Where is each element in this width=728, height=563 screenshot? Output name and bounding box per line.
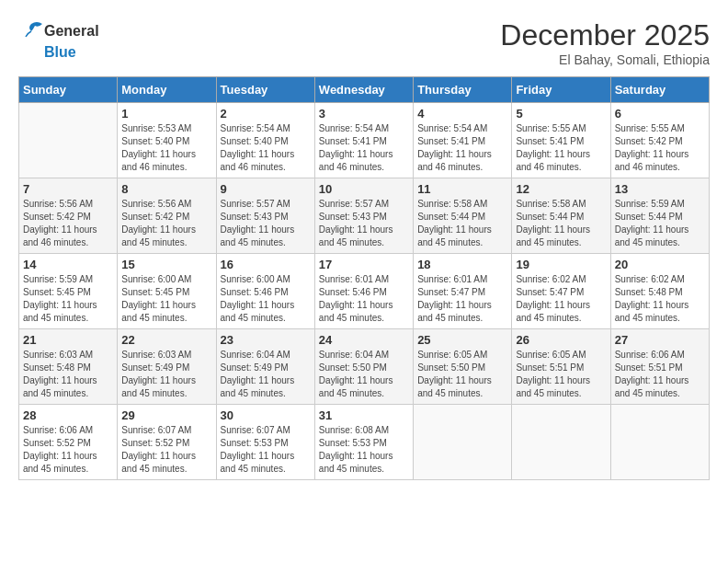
- day-info: Sunrise: 5:56 AM Sunset: 5:42 PM Dayligh…: [23, 198, 113, 249]
- calendar-cell: 23Sunrise: 6:04 AM Sunset: 5:49 PM Dayli…: [216, 329, 314, 405]
- calendar-cell: 7Sunrise: 5:56 AM Sunset: 5:42 PM Daylig…: [19, 178, 118, 254]
- calendar-cell: 22Sunrise: 6:03 AM Sunset: 5:49 PM Dayli…: [118, 329, 216, 405]
- day-number: 17: [319, 258, 409, 271]
- day-info: Sunrise: 6:03 AM Sunset: 5:49 PM Dayligh…: [121, 349, 211, 400]
- day-of-week-saturday: Saturday: [610, 77, 709, 103]
- day-number: 10: [319, 182, 409, 196]
- day-of-week-thursday: Thursday: [414, 77, 512, 103]
- calendar-cell: 2Sunrise: 5:54 AM Sunset: 5:40 PM Daylig…: [216, 103, 314, 178]
- day-info: Sunrise: 5:53 AM Sunset: 5:40 PM Dayligh…: [121, 122, 211, 174]
- day-info: Sunrise: 6:00 AM Sunset: 5:45 PM Dayligh…: [121, 273, 211, 325]
- day-info: Sunrise: 6:04 AM Sunset: 5:50 PM Dayligh…: [319, 349, 409, 400]
- calendar-cell: 25Sunrise: 6:05 AM Sunset: 5:50 PM Dayli…: [414, 329, 512, 405]
- calendar-cell: 21Sunrise: 6:03 AM Sunset: 5:48 PM Dayli…: [19, 329, 118, 405]
- day-number: 24: [319, 333, 409, 347]
- calendar-cell: 30Sunrise: 6:07 AM Sunset: 5:53 PM Dayli…: [216, 405, 314, 480]
- day-number: 27: [615, 333, 705, 347]
- month-title: December 2025: [500, 18, 710, 52]
- day-number: 31: [319, 408, 409, 422]
- calendar-week-row: 1Sunrise: 5:53 AM Sunset: 5:40 PM Daylig…: [19, 103, 710, 178]
- day-info: Sunrise: 5:55 AM Sunset: 5:42 PM Dayligh…: [615, 122, 705, 174]
- logo-text-general: General: [44, 23, 99, 40]
- calendar-cell: 18Sunrise: 6:01 AM Sunset: 5:47 PM Dayli…: [414, 254, 512, 329]
- calendar-cell: [414, 405, 512, 480]
- day-number: 15: [121, 258, 211, 271]
- day-number: 1: [121, 107, 211, 121]
- day-info: Sunrise: 6:07 AM Sunset: 5:53 PM Dayligh…: [221, 424, 311, 476]
- day-number: 22: [121, 333, 211, 347]
- day-number: 25: [417, 333, 507, 347]
- day-info: Sunrise: 6:02 AM Sunset: 5:47 PM Dayligh…: [516, 273, 606, 325]
- calendar-header-row: SundayMondayTuesdayWednesdayThursdayFrid…: [19, 77, 710, 103]
- calendar-cell: 27Sunrise: 6:06 AM Sunset: 5:51 PM Dayli…: [610, 329, 709, 405]
- day-number: 8: [121, 182, 211, 196]
- day-info: Sunrise: 5:54 AM Sunset: 5:41 PM Dayligh…: [417, 122, 507, 174]
- calendar-cell: 11Sunrise: 5:58 AM Sunset: 5:44 PM Dayli…: [414, 178, 512, 254]
- calendar-cell: 15Sunrise: 6:00 AM Sunset: 5:45 PM Dayli…: [118, 254, 216, 329]
- day-info: Sunrise: 5:57 AM Sunset: 5:43 PM Dayligh…: [319, 198, 409, 249]
- day-number: 11: [417, 182, 507, 196]
- calendar-cell: 9Sunrise: 5:57 AM Sunset: 5:43 PM Daylig…: [216, 178, 314, 254]
- day-number: 20: [615, 258, 705, 271]
- calendar-cell: 4Sunrise: 5:54 AM Sunset: 5:41 PM Daylig…: [414, 103, 512, 178]
- calendar-cell: 24Sunrise: 6:04 AM Sunset: 5:50 PM Dayli…: [314, 329, 413, 405]
- calendar-cell: [512, 405, 610, 480]
- day-number: 12: [516, 182, 606, 196]
- day-of-week-wednesday: Wednesday: [314, 77, 413, 103]
- day-info: Sunrise: 6:08 AM Sunset: 5:53 PM Dayligh…: [319, 424, 409, 476]
- day-info: Sunrise: 6:07 AM Sunset: 5:52 PM Dayligh…: [121, 424, 211, 476]
- day-info: Sunrise: 6:05 AM Sunset: 5:50 PM Dayligh…: [417, 349, 507, 400]
- logo-text-blue: Blue: [44, 44, 99, 61]
- calendar-week-row: 7Sunrise: 5:56 AM Sunset: 5:42 PM Daylig…: [19, 178, 710, 254]
- calendar-cell: [610, 405, 709, 480]
- day-number: 7: [23, 182, 113, 196]
- day-info: Sunrise: 6:06 AM Sunset: 5:51 PM Dayligh…: [615, 349, 705, 400]
- location: El Bahay, Somali, Ethiopia: [500, 52, 710, 67]
- calendar-cell: 26Sunrise: 6:05 AM Sunset: 5:51 PM Dayli…: [512, 329, 610, 405]
- calendar-week-row: 28Sunrise: 6:06 AM Sunset: 5:52 PM Dayli…: [19, 405, 710, 480]
- day-info: Sunrise: 6:00 AM Sunset: 5:46 PM Dayligh…: [221, 273, 311, 325]
- day-number: 9: [221, 182, 311, 196]
- day-info: Sunrise: 5:59 AM Sunset: 5:44 PM Dayligh…: [615, 198, 705, 249]
- day-number: 19: [516, 258, 606, 271]
- day-number: 21: [23, 333, 113, 347]
- day-of-week-monday: Monday: [118, 77, 216, 103]
- calendar-cell: 16Sunrise: 6:00 AM Sunset: 5:46 PM Dayli…: [216, 254, 314, 329]
- day-info: Sunrise: 5:57 AM Sunset: 5:43 PM Dayligh…: [221, 198, 311, 249]
- day-number: 2: [221, 107, 311, 121]
- logo: General Blue: [18, 18, 99, 61]
- day-info: Sunrise: 5:58 AM Sunset: 5:44 PM Dayligh…: [417, 198, 507, 249]
- day-number: 23: [221, 333, 311, 347]
- day-number: 6: [615, 107, 705, 121]
- day-info: Sunrise: 5:54 AM Sunset: 5:41 PM Dayligh…: [319, 122, 409, 174]
- day-number: 28: [23, 408, 113, 422]
- day-of-week-sunday: Sunday: [19, 77, 118, 103]
- day-number: 18: [417, 258, 507, 271]
- calendar-cell: 1Sunrise: 5:53 AM Sunset: 5:40 PM Daylig…: [118, 103, 216, 178]
- calendar-cell: 13Sunrise: 5:59 AM Sunset: 5:44 PM Dayli…: [610, 178, 709, 254]
- day-info: Sunrise: 6:03 AM Sunset: 5:48 PM Dayligh…: [23, 349, 113, 400]
- calendar-cell: 17Sunrise: 6:01 AM Sunset: 5:46 PM Dayli…: [314, 254, 413, 329]
- day-number: 3: [319, 107, 409, 121]
- calendar-cell: 31Sunrise: 6:08 AM Sunset: 5:53 PM Dayli…: [314, 405, 413, 480]
- day-info: Sunrise: 5:54 AM Sunset: 5:40 PM Dayligh…: [221, 122, 311, 174]
- calendar-cell: 29Sunrise: 6:07 AM Sunset: 5:52 PM Dayli…: [118, 405, 216, 480]
- calendar-week-row: 14Sunrise: 5:59 AM Sunset: 5:45 PM Dayli…: [19, 254, 710, 329]
- day-number: 13: [615, 182, 705, 196]
- day-info: Sunrise: 5:58 AM Sunset: 5:44 PM Dayligh…: [516, 198, 606, 249]
- calendar-cell: [19, 103, 118, 178]
- calendar-cell: 28Sunrise: 6:06 AM Sunset: 5:52 PM Dayli…: [19, 405, 118, 480]
- day-info: Sunrise: 5:55 AM Sunset: 5:41 PM Dayligh…: [516, 122, 606, 174]
- day-info: Sunrise: 6:01 AM Sunset: 5:46 PM Dayligh…: [319, 273, 409, 325]
- title-block: December 2025 El Bahay, Somali, Ethiopia: [500, 18, 710, 67]
- calendar-cell: 12Sunrise: 5:58 AM Sunset: 5:44 PM Dayli…: [512, 178, 610, 254]
- day-number: 5: [516, 107, 606, 121]
- day-number: 16: [221, 258, 311, 271]
- calendar-cell: 14Sunrise: 5:59 AM Sunset: 5:45 PM Dayli…: [19, 254, 118, 329]
- day-info: Sunrise: 5:59 AM Sunset: 5:45 PM Dayligh…: [23, 273, 113, 325]
- calendar-cell: 10Sunrise: 5:57 AM Sunset: 5:43 PM Dayli…: [314, 178, 413, 254]
- day-number: 4: [417, 107, 507, 121]
- calendar-cell: 20Sunrise: 6:02 AM Sunset: 5:48 PM Dayli…: [610, 254, 709, 329]
- logo-bird-icon: [18, 18, 44, 44]
- calendar-cell: 3Sunrise: 5:54 AM Sunset: 5:41 PM Daylig…: [314, 103, 413, 178]
